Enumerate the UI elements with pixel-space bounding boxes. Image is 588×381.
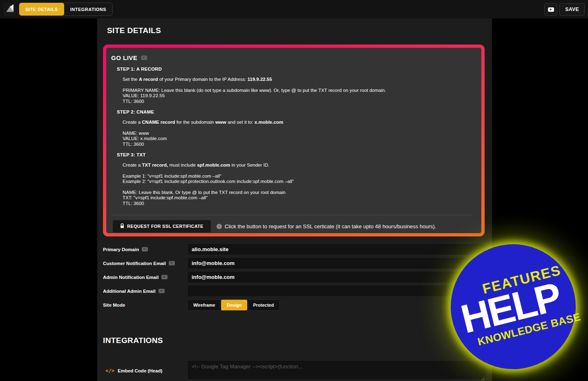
- integration-row-embed-code-head: </> Embed Code (Head): [103, 360, 492, 381]
- site-mode-toggle-group: Wireframe Design Protected: [187, 299, 280, 311]
- lock-icon: [120, 223, 124, 229]
- go-live-panel-inner: GO LIVE STEP 1: A RECORD Set the A recor…: [106, 48, 481, 233]
- page-title: SITE DETAILS: [107, 26, 492, 35]
- tab-integrations[interactable]: INTEGRATIONS: [64, 3, 112, 16]
- moble-logo-icon: [4, 3, 15, 16]
- record-line: Example 2: "v=spf1 include:spf.protectio…: [123, 179, 476, 185]
- field-label-text: Customer Notification Email: [103, 261, 166, 266]
- tab-site-details[interactable]: SITE DETAILS: [19, 3, 64, 16]
- help-badge[interactable]: FEATURES HELP KNOWLEDGE BASE: [451, 244, 576, 369]
- site-mode-protected-button[interactable]: Protected: [247, 300, 279, 310]
- help-badge-text: FEATURES HELP KNOWLEDGE BASE: [445, 260, 582, 353]
- video-icon[interactable]: [169, 261, 175, 265]
- video-tutorial-button[interactable]: [544, 3, 557, 16]
- step-heading: STEP 2: CNAME: [117, 109, 476, 114]
- request-ssl-certificate-label: REQUEST FOR SSL CERTIFICATE: [127, 224, 203, 229]
- record-line: VALUE: x.moble.com: [123, 136, 476, 142]
- integrations-title: INTEGRATIONS: [103, 336, 492, 345]
- form-row-admin-notification-email: Admin Notification Email: [103, 271, 492, 283]
- step-3-txt: STEP 3: TXT Create a TXT record, must in…: [109, 152, 476, 206]
- step-2-cname: STEP 2: CNAME Create a CNAME record for …: [109, 109, 476, 147]
- record-line: PRIMARY NAME: Leave this blank (do not t…: [123, 88, 476, 94]
- request-ssl-certificate-button[interactable]: REQUEST FOR SSL CERTIFICATE: [113, 220, 211, 232]
- embed-code-head-label: Embed Code (Head): [118, 368, 187, 373]
- form-row-additional-admin-email: Additional Admin Email: [103, 285, 492, 297]
- record-line: Example 1: "v=spf1 include:spf.moble.com…: [123, 174, 476, 179]
- customer-notification-email-label: Customer Notification Email: [103, 261, 187, 266]
- go-live-panel: GO LIVE STEP 1: A RECORD Set the A recor…: [103, 45, 485, 236]
- primary-domain-label: Primary Domain: [103, 247, 187, 252]
- record-line: NAME: www: [123, 131, 476, 136]
- app-logo[interactable]: [3, 3, 16, 16]
- site-details-form: Primary Domain Customer Notification Ema…: [103, 243, 492, 311]
- form-row-primary-domain: Primary Domain: [103, 243, 492, 255]
- site-mode-design-button[interactable]: Design: [221, 300, 248, 310]
- record-line: TTL: 3600: [123, 142, 476, 147]
- admin-notification-email-input[interactable]: [187, 271, 486, 283]
- field-label-text: Admin Notification Email: [103, 275, 159, 280]
- step-1-a-record: STEP 1: A RECORD Set the A record of you…: [109, 67, 476, 104]
- step-record-values: NAME: Leave this blank. Or type @ to put…: [123, 190, 476, 207]
- record-line: TTL: 3600: [123, 201, 476, 207]
- admin-notification-email-label: Admin Notification Email: [103, 275, 187, 280]
- embed-code-head-wrap: [187, 360, 486, 381]
- record-line: TXT: "v=spf1 include:spf.moble.com –all": [123, 195, 476, 201]
- video-icon[interactable]: [161, 275, 168, 279]
- video-icon[interactable]: [159, 289, 165, 293]
- divider: [112, 215, 472, 215]
- field-label-text: Primary Domain: [103, 247, 139, 252]
- embed-code-head-textarea[interactable]: [187, 360, 486, 380]
- field-label-text: Site Mode: [103, 303, 125, 307]
- step-intro: Create a CNAME record for the subdomain …: [123, 120, 476, 125]
- ssl-request-row: REQUEST FOR SSL CERTIFICATE i Click the …: [113, 220, 476, 232]
- main-tab-group: SITE DETAILS INTEGRATIONS: [19, 2, 113, 16]
- site-mode-wireframe-button[interactable]: Wireframe: [188, 300, 221, 310]
- additional-admin-email-input[interactable]: [187, 285, 486, 297]
- primary-domain-input[interactable]: [187, 243, 486, 255]
- top-bar: SITE DETAILS INTEGRATIONS SAVE: [0, 0, 588, 18]
- tab-integrations-label: INTEGRATIONS: [70, 7, 106, 12]
- additional-admin-email-label: Additional Admin Email: [103, 289, 187, 294]
- step-record-values: NAME: www VALUE: x.moble.com TTL: 3600: [123, 131, 476, 147]
- step-intro: Set the A record of your Primary domain …: [123, 77, 476, 82]
- code-icon: </>: [103, 368, 118, 374]
- settings-panel: SITE DETAILS GO LIVE STEP 1: A RECORD Se…: [97, 18, 492, 381]
- record-line: NAME: Leave this blank. Or type @ to put…: [123, 190, 476, 196]
- video-icon[interactable]: [142, 247, 148, 252]
- step-record-values: PRIMARY NAME: Leave this blank (do not t…: [123, 88, 476, 105]
- tab-site-details-label: SITE DETAILS: [25, 7, 58, 12]
- video-icon[interactable]: [141, 56, 147, 60]
- step-heading: STEP 1: A RECORD: [117, 67, 476, 71]
- record-line: VALUE: 119.9.22.55: [123, 93, 476, 99]
- form-row-site-mode: Site Mode Wireframe Design Protected: [103, 299, 492, 311]
- step-examples: Example 1: "v=spf1 include:spf.moble.com…: [123, 174, 476, 185]
- site-mode-label: Site Mode: [103, 303, 187, 307]
- video-icon: [548, 7, 554, 12]
- form-row-customer-notification-email: Customer Notification Email: [103, 257, 492, 269]
- step-heading: STEP 3: TXT: [117, 152, 476, 157]
- topbar-actions: SAVE: [544, 3, 585, 16]
- info-icon: i: [217, 224, 222, 229]
- record-line: TTL: 3600: [123, 99, 476, 105]
- field-label-text: Additional Admin Email: [103, 289, 156, 294]
- step-intro: Create a TXT record, must include spf.mo…: [123, 163, 476, 168]
- go-live-heading: GO LIVE: [111, 54, 476, 61]
- ssl-note-text: Click the button to request for an SSL c…: [225, 223, 436, 229]
- resize-handle-icon[interactable]: [481, 375, 485, 379]
- ssl-note: i Click the button to request for an SSL…: [217, 223, 436, 229]
- customer-notification-email-input[interactable]: [187, 257, 486, 269]
- go-live-title: GO LIVE: [111, 54, 137, 61]
- save-button[interactable]: SAVE: [559, 3, 585, 16]
